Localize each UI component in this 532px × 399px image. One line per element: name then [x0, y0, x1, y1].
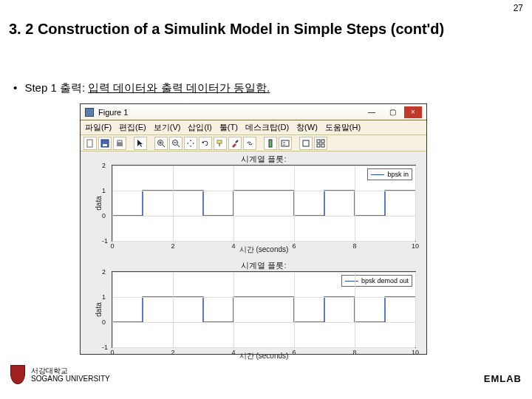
lab-name: EMLAB: [484, 373, 522, 384]
subplot-2-legend[interactable]: bpsk demod out: [341, 275, 412, 287]
subplot-2-xlabel: 시간 (seconds): [112, 351, 416, 375]
page-number: 27: [514, 3, 523, 13]
close-button[interactable]: ×: [404, 106, 422, 118]
svg-rect-20: [317, 140, 320, 143]
svg-rect-16: [282, 140, 289, 146]
svg-rect-2: [103, 144, 107, 146]
university-name-en: SOGANG UNIVERSITY: [31, 375, 110, 383]
menu-file[interactable]: 파일(F): [85, 122, 112, 133]
svg-rect-21: [321, 140, 324, 143]
menu-insert[interactable]: 삽입(I): [188, 122, 211, 133]
rotate-icon[interactable]: [199, 137, 212, 150]
svg-line-10: [177, 145, 180, 147]
ytick: -1: [102, 237, 108, 245]
ytick: -1: [102, 344, 108, 351]
link-icon[interactable]: [243, 137, 256, 150]
svg-rect-0: [87, 140, 92, 147]
menu-tools[interactable]: 툴(T): [219, 122, 238, 133]
new-icon[interactable]: [83, 137, 97, 150]
menu-view[interactable]: 보기(V): [154, 122, 181, 133]
axes-icon[interactable]: [299, 137, 313, 150]
subplot-1-legend-text: bpsk in: [387, 171, 409, 178]
svg-rect-12: [217, 140, 222, 143]
toolbar: [81, 135, 426, 151]
svg-rect-23: [321, 144, 324, 147]
bullet-underlined: 입력 데이터와 출력 데이터가 동일함.: [88, 81, 270, 94]
menubar: 파일(F) 편집(E) 보기(V) 삽입(I) 툴(T) 데스크탑(D) 창(W…: [81, 120, 426, 135]
pan-icon[interactable]: [184, 137, 197, 150]
bullet-prefix: Step 1 출력:: [24, 81, 88, 94]
brush-icon[interactable]: [228, 137, 242, 150]
ytick: 1: [102, 293, 106, 301]
window-titlebar: Figure 1 — ▢ ×: [81, 104, 426, 120]
pointer-icon[interactable]: [134, 137, 147, 150]
bullet-step1: • Step 1 출력: 입력 데이터와 출력 데이터가 동일함.: [13, 81, 270, 95]
svg-rect-4: [117, 140, 122, 143]
subplot-2-legend-text: bpsk demod out: [361, 277, 409, 284]
grid-icon[interactable]: [314, 137, 327, 150]
legend-icon[interactable]: [279, 137, 292, 150]
ytick: 0: [102, 212, 106, 219]
subplot-1-ylabel: data: [95, 196, 103, 210]
menu-desktop[interactable]: 데스크탑(D): [245, 122, 289, 133]
matlab-figure-window: Figure 1 — ▢ × 파일(F) 편집(E) 보기(V) 삽입(I) 툴…: [80, 103, 427, 355]
subplot-2-title: 시계열 플롯:: [112, 260, 415, 271]
legend-swatch-icon: [345, 281, 358, 282]
svg-rect-3: [117, 143, 123, 146]
save-icon[interactable]: [98, 137, 112, 150]
datatip-icon[interactable]: [214, 137, 227, 150]
bullet-dot: •: [13, 81, 17, 94]
svg-rect-19: [303, 140, 309, 146]
colorbar-icon[interactable]: [264, 137, 277, 150]
ytick: 1: [102, 187, 106, 194]
window-title: Figure 1: [98, 108, 128, 117]
ytick: 0: [102, 318, 106, 326]
subplot-1-legend[interactable]: bpsk in: [367, 168, 412, 180]
minimize-button[interactable]: —: [363, 106, 381, 118]
print-icon[interactable]: [113, 137, 126, 150]
svg-line-14: [236, 140, 238, 143]
svg-rect-15: [269, 140, 272, 147]
legend-swatch-icon: [371, 174, 384, 175]
menu-help[interactable]: 도움말(H): [325, 122, 361, 133]
menu-window[interactable]: 창(W): [296, 122, 318, 133]
slide-title: 3. 2 Construction of a Simulink Model in…: [9, 21, 523, 38]
maximize-button[interactable]: ▢: [383, 106, 401, 118]
svg-line-6: [163, 145, 165, 147]
plot-area: 시계열 플롯: data bpsk in 0246810-1012 시간 (se…: [81, 151, 426, 354]
app-icon: [85, 108, 94, 117]
zoom-in-icon[interactable]: [154, 137, 168, 150]
menu-edit[interactable]: 편집(E): [119, 122, 146, 133]
university-name-kr: 서강대학교: [31, 366, 110, 375]
subplot-2: 시계열 플롯: data bpsk demod out 0246810-1012: [112, 271, 416, 348]
zoom-out-icon[interactable]: [169, 137, 183, 150]
subplot-1-title: 시계열 플롯:: [112, 154, 415, 165]
svg-rect-22: [317, 144, 320, 147]
subplot-1: 시계열 플롯: data bpsk in 0246810-1012: [112, 165, 416, 242]
shield-icon: [10, 365, 25, 384]
university-logo: 서강대학교 SOGANG UNIVERSITY: [10, 365, 110, 384]
ytick: 2: [102, 162, 106, 169]
subplot-2-ylabel: data: [95, 302, 103, 316]
ytick: 2: [102, 268, 106, 276]
